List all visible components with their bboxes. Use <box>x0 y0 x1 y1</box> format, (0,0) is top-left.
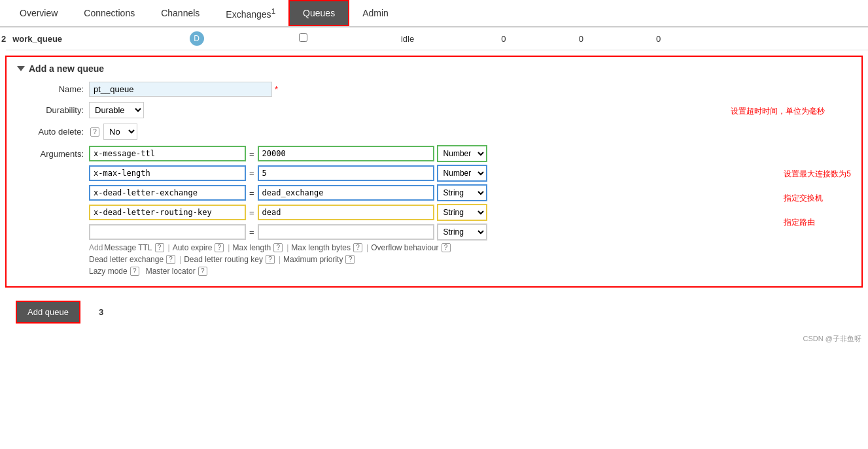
nav-channels[interactable]: Channels <box>148 1 213 25</box>
hint-expire-help[interactable]: ? <box>215 243 224 252</box>
hint-max-length-help[interactable]: ? <box>273 243 283 252</box>
hint-overflow-behaviour[interactable]: Overflow behaviour <box>371 243 438 252</box>
arg-row-dlrk: = NumberStringBoolean <box>89 204 773 221</box>
hints-row-2: Dead letter exchange ? | Dead letter rou… <box>89 255 773 264</box>
name-label: Name: <box>17 84 89 94</box>
queue-col5: 0 <box>620 27 697 50</box>
arg-row-max-length: = NumberStringBoolean <box>89 165 773 182</box>
arg-val-dlrk[interactable] <box>258 205 434 220</box>
auto-delete-select[interactable]: No Yes <box>103 124 137 140</box>
auto-delete-row: Auto delete: ? No Yes <box>17 124 851 140</box>
nav-connections[interactable]: Connections <box>71 1 148 25</box>
section-title: Add a new queue <box>17 63 851 74</box>
table-row: work_queue D idle 0 0 0 <box>6 27 868 50</box>
queue-col3: 0 <box>465 27 542 50</box>
arg-type-ttl[interactable]: NumberStringBoolean <box>437 145 487 162</box>
hints-row-3: Lazy mode ? Master locator ? <box>89 267 773 276</box>
hint-master-locator[interactable]: Master locator <box>146 267 196 276</box>
arg-key-dle[interactable] <box>89 185 246 201</box>
arguments-label: Arguments: <box>17 145 89 159</box>
hint-max-length[interactable]: Max length <box>232 243 271 252</box>
queue-name: work_queue <box>6 27 137 50</box>
hint-maximum-priority[interactable]: Maximum priority <box>283 255 343 264</box>
nav-queues[interactable]: Queues <box>288 0 349 26</box>
nav-exchanges[interactable]: Exchanges1 <box>213 0 288 26</box>
add-shortcut-label: Add <box>89 243 103 252</box>
hint-dead-letter-exchange[interactable]: Dead letter exchange <box>89 255 164 264</box>
hint-message-ttl[interactable]: Message TTL <box>104 243 152 252</box>
hint-overflow-help[interactable]: ? <box>442 243 451 252</box>
auto-delete-help-icon[interactable]: ? <box>90 127 99 137</box>
queue-status: idle <box>350 27 464 50</box>
hint-lazy-mode[interactable]: Lazy mode <box>89 267 128 276</box>
hints-row-1: Add Message TTL ? | Auto expire ? | Max … <box>89 243 773 252</box>
arg-eq-ttl: = <box>249 149 254 159</box>
nav-admin[interactable]: Admin <box>349 1 402 25</box>
hint-max-length-bytes[interactable]: Max length bytes <box>291 243 351 252</box>
queue-checkbox-cell <box>256 27 351 50</box>
auto-delete-label: Auto delete: <box>17 127 89 137</box>
hint-dead-letter-routing-key[interactable]: Dead letter routing key <box>184 255 263 264</box>
arg-type-max-length[interactable]: NumberStringBoolean <box>437 165 487 182</box>
row-number-2: 2 <box>0 34 6 44</box>
arg-val-ttl[interactable] <box>258 146 434 161</box>
arg-row-ttl: = NumberStringBoolean <box>89 145 773 162</box>
name-input[interactable] <box>89 82 272 97</box>
arg-type-dlrk[interactable]: NumberStringBoolean <box>437 204 487 221</box>
arg-eq-max-length: = <box>249 169 254 178</box>
queues-table: work_queue D idle 0 0 0 <box>6 27 868 50</box>
hint-lazy-help[interactable]: ? <box>130 267 139 276</box>
arg-eq-empty: = <box>249 227 254 237</box>
arg-key-dlrk[interactable] <box>89 205 246 220</box>
durability-badge: D <box>190 31 204 46</box>
arg-eq-dle: = <box>249 188 254 198</box>
cn-annotation-exchange: 指定交换机 <box>784 193 851 204</box>
arg-val-dle[interactable] <box>258 185 434 201</box>
cn-annotation-routing: 指定路由 <box>784 217 851 228</box>
hint-master-help[interactable]: ? <box>198 267 207 276</box>
arg-key-max-length[interactable] <box>89 165 246 181</box>
arg-key-empty[interactable] <box>89 224 246 240</box>
queue-checkbox[interactable] <box>299 33 307 42</box>
hint-ttl-help[interactable]: ? <box>155 243 164 252</box>
hint-priority-help[interactable]: ? <box>345 255 355 264</box>
arguments-rows: = NumberStringBoolean = NumberStringBool… <box>89 145 773 276</box>
cn-annotation-max-length: 设置最大连接数为5 <box>784 169 851 180</box>
hint-max-length-bytes-help[interactable]: ? <box>353 243 362 252</box>
hint-dle-help[interactable]: ? <box>166 255 175 264</box>
collapse-icon[interactable] <box>17 66 25 71</box>
arguments-section: Arguments: = NumberStringBoolean = <box>17 145 851 276</box>
queue-badge-cell: D <box>137 27 256 50</box>
arg-key-ttl[interactable] <box>89 146 246 161</box>
name-row: Name: * <box>17 82 851 97</box>
arg-type-dle[interactable]: NumberStringBoolean <box>437 184 487 201</box>
bottom-number-3: 3 <box>99 307 103 317</box>
arg-row-empty: = NumberStringBoolean <box>89 224 773 241</box>
durability-select[interactable]: Durable Transient <box>89 102 144 118</box>
queue-col4: 0 <box>542 27 619 50</box>
add-queue-section: Add a new queue Name: * Durability: Dura… <box>5 56 863 288</box>
arg-row-dle: = NumberStringBoolean <box>89 184 773 201</box>
arg-val-max-length[interactable] <box>258 165 434 181</box>
cn-annotation-ttl: 设置超时时间，单位为毫秒 <box>731 106 825 117</box>
durability-row: Durability: Durable Transient <box>17 102 851 118</box>
hint-auto-expire[interactable]: Auto expire <box>173 243 213 252</box>
arg-eq-dlrk: = <box>249 208 254 218</box>
hint-dlrk-help[interactable]: ? <box>266 255 275 264</box>
arg-type-empty[interactable]: NumberStringBoolean <box>437 224 487 241</box>
add-queue-button[interactable]: Add queue <box>16 301 80 324</box>
durability-label: Durability: <box>17 105 89 115</box>
watermark: CSDN @子非鱼呀 <box>0 331 868 346</box>
required-star: * <box>275 84 278 94</box>
nav-overview[interactable]: Overview <box>7 1 71 25</box>
top-navigation: Overview Connections Channels Exchanges1… <box>0 0 868 27</box>
arg-val-empty[interactable] <box>258 224 434 240</box>
